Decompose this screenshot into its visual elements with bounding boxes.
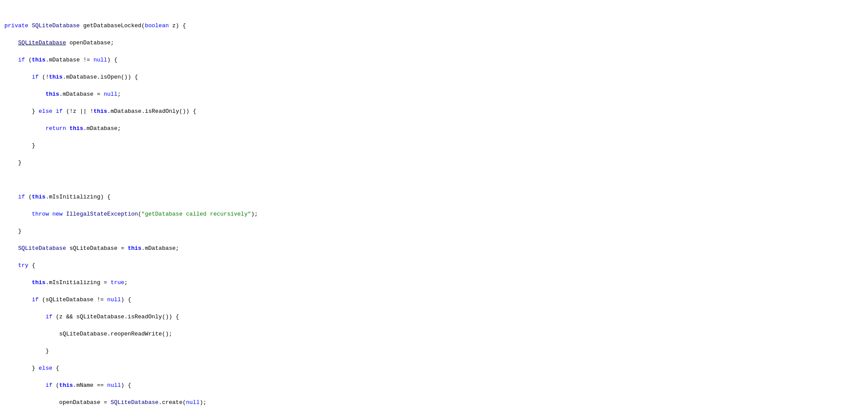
code-line-3: if (this.mDatabase != null) {	[0, 56, 868, 65]
code-line-15: try {	[0, 261, 868, 270]
code-line-12: throw new IllegalStateException("getData…	[0, 210, 868, 219]
code-line-19: sQLiteDatabase.reopenReadWrite();	[0, 330, 868, 339]
code-line-10	[0, 176, 868, 184]
code-line-22: if (this.mName == null) {	[0, 381, 868, 390]
code-editor: private SQLiteDatabase getDatabaseLocked…	[0, 0, 868, 411]
code-line-11: if (this.mIsInitializing) {	[0, 193, 868, 202]
code-line-14: SQLiteDatabase sQLiteDatabase = this.mDa…	[0, 244, 868, 253]
code-line-1: private SQLiteDatabase getDatabaseLocked…	[0, 22, 868, 30]
code-line-13: }	[0, 227, 868, 236]
code-line-7: return this.mDatabase;	[0, 124, 868, 133]
code-line-4: if (!this.mDatabase.isOpen()) {	[0, 73, 868, 82]
code-line-2: SQLiteDatabase openDatabase;	[0, 39, 868, 47]
code-line-20: }	[0, 347, 868, 356]
code-line-8: }	[0, 141, 868, 150]
code-line-9: }	[0, 159, 868, 167]
code-line-5: this.mDatabase = null;	[0, 90, 868, 99]
code-line-6: } else if (!z || !this.mDatabase.isReadO…	[0, 107, 868, 116]
code-line-21: } else {	[0, 364, 868, 373]
code-line-17: if (sQLiteDatabase != null) {	[0, 296, 868, 304]
code-line-16: this.mIsInitializing = true;	[0, 278, 868, 287]
code-line-23: openDatabase = SQLiteDatabase.create(nul…	[0, 398, 868, 407]
code-line-18: if (z && sQLiteDatabase.isReadOnly()) {	[0, 313, 868, 321]
